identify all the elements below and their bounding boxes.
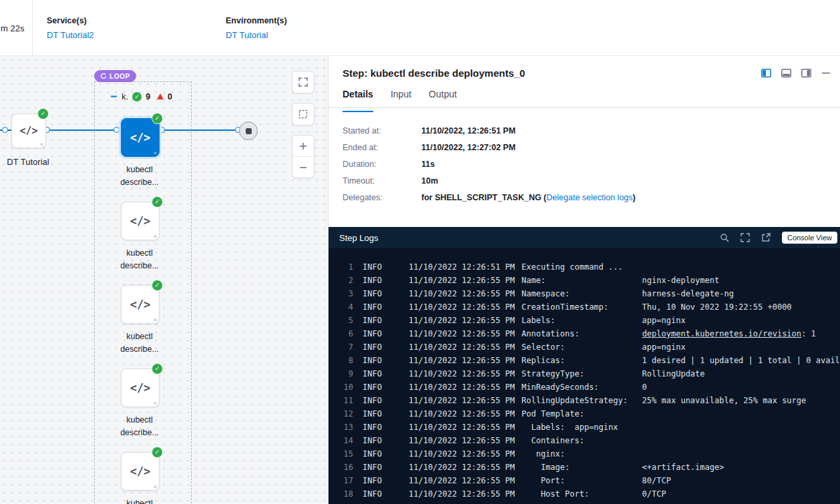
collapse-panel-icon[interactable]: [821, 71, 831, 75]
log-line: 5INFO11/10/2022 12:26:55 PMLabels: app=n…: [329, 314, 840, 327]
detail-label: Ended at:: [343, 143, 421, 152]
log-line-number: 11: [333, 394, 353, 407]
services-link[interactable]: DT Tutorial2: [47, 30, 94, 40]
log-timestamp: 11/10/2022 12:26:55 PM: [409, 367, 521, 381]
node-corner-icon: «: [154, 400, 157, 407]
step-label: kubectldescribe...: [93, 164, 186, 189]
marquee-select-icon: [298, 109, 308, 119]
loop-steps: </>«✓kubectldescribe...</>«✓kubectldescr…: [0, 56, 328, 504]
fullscreen-button[interactable]: [292, 71, 314, 93]
log-line: 8INFO11/10/2022 12:26:55 PMReplicas: 1 d…: [329, 354, 840, 367]
log-level: INFO: [363, 381, 409, 394]
log-line: 13INFO11/10/2022 12:26:55 PM Labels: app…: [329, 421, 840, 434]
log-text: Labels: app=nginx: [521, 421, 618, 434]
split-view-icon[interactable]: [761, 69, 771, 77]
marquee-select-button[interactable]: [292, 103, 314, 125]
log-text: Selector: app=nginx: [521, 340, 686, 354]
log-line: 16INFO11/10/2022 12:26:55 PM Image: <+ar…: [329, 461, 840, 474]
elapsed-duration: m 22s: [1, 23, 24, 33]
log-level: INFO: [363, 340, 409, 354]
log-link[interactable]: deployment.kubernetes.io/revision: [642, 329, 801, 338]
log-timestamp: 11/10/2022 12:26:55 PM: [409, 407, 521, 421]
loop-icon: [100, 73, 107, 79]
top-header: m 22s Service(s) DT Tutorial2 Environmen…: [0, 0, 840, 56]
search-icon[interactable]: [720, 233, 729, 242]
log-timestamp: 11/10/2022 12:26:55 PM: [409, 274, 521, 287]
step-logs-section: Step Logs Console View: [329, 227, 840, 504]
step-node[interactable]: </>«: [121, 202, 160, 240]
panel-header: Step: kubectl describe deployments_0: [329, 56, 840, 79]
log-text: Host Port: 0/TCP: [521, 487, 666, 501]
open-in-new-icon[interactable]: [761, 233, 771, 242]
dock-right-icon[interactable]: [801, 69, 811, 77]
detail-value: 11/10/2022, 12:26:51 PM: [421, 126, 515, 136]
dock-bottom-icon[interactable]: [781, 69, 791, 77]
log-line-number: 7: [333, 340, 353, 354]
step-node-wrap: </>«✓kubectl: [121, 452, 158, 504]
log-line-number: 16: [333, 461, 353, 474]
log-line-number: 17: [333, 474, 353, 487]
tab-input[interactable]: Input: [391, 89, 411, 107]
log-text: Pod Template:: [521, 407, 584, 421]
step-node[interactable]: </>«: [121, 285, 160, 324]
detail-value: 11/10/2022, 12:27:02 PM: [421, 143, 515, 152]
detail-row: Duration:11s: [343, 160, 840, 169]
page-title: Step: kubectl describe deployments_0: [343, 67, 525, 79]
step-node[interactable]: </>«: [121, 118, 160, 157]
log-line: 2INFO11/10/2022 12:26:55 PMName: nginx-d…: [329, 274, 840, 287]
log-timestamp: 11/10/2022 12:26:55 PM: [409, 461, 521, 474]
zoom-in-button[interactable]: [292, 136, 314, 156]
log-line-number: 15: [333, 447, 353, 461]
log-text: StrategyType: RollingUpdate: [521, 367, 705, 381]
step-node[interactable]: </>«: [121, 452, 160, 491]
log-text: Name: nginx-deployment: [521, 274, 719, 287]
log-text: Image: <+artifact.image>: [521, 461, 724, 474]
code-icon: </>: [130, 381, 151, 395]
log-line-number: 4: [333, 300, 353, 314]
console-view-button[interactable]: Console View: [782, 232, 837, 244]
code-icon: </>: [130, 298, 151, 311]
log-timestamp: 11/10/2022 12:26:55 PM: [409, 434, 521, 447]
step-label: kubectldescribe...: [93, 414, 186, 439]
environments-block: Environment(s) DT Tutorial: [226, 16, 287, 40]
log-text: Containers:: [521, 434, 584, 447]
pipeline-canvas: LOOP k. ✓ 9 0 </> « ✓ DT Tutorial </>«✓k…: [0, 56, 328, 504]
delegate-selection-logs-link[interactable]: Delegate selection logs: [546, 193, 632, 202]
node-corner-icon: «: [154, 316, 157, 323]
success-check-icon: ✓: [152, 196, 163, 208]
log-line-number: 3: [333, 287, 353, 300]
step-node-wrap: </>«✓kubectldescribe...: [121, 285, 158, 356]
step-logs-header: Step Logs Console View: [329, 227, 840, 248]
log-line-number: 14: [333, 434, 353, 447]
code-icon: </>: [130, 214, 151, 228]
log-level: INFO: [363, 434, 409, 447]
log-timestamp: 11/10/2022 12:26:55 PM: [409, 381, 521, 394]
log-line-number: 9: [333, 367, 353, 381]
log-level: INFO: [363, 327, 409, 340]
log-text: Executing command ...: [521, 260, 623, 274]
minus-icon: [299, 164, 307, 172]
log-timestamp: 11/10/2022 12:26:55 PM: [409, 354, 521, 367]
tab-output[interactable]: Output: [429, 89, 457, 107]
end-node[interactable]: [239, 121, 258, 140]
environments-link[interactable]: DT Tutorial: [226, 30, 287, 40]
step-node-wrap: </>«✓kubectldescribe...: [121, 202, 158, 272]
step-label: kubectl: [93, 497, 186, 504]
log-level: INFO: [363, 407, 409, 421]
zoom-out-button[interactable]: [292, 156, 314, 178]
log-level: INFO: [363, 287, 409, 300]
log-lines: 1INFO11/10/2022 12:26:51 PMExecuting com…: [329, 248, 840, 504]
step-node-wrap: </>«✓kubectldescribe...: [121, 368, 158, 439]
detail-row: Delegates:for SHELL_SCRIPT_TASK_NG (Dele…: [343, 193, 840, 202]
plus-icon: [299, 142, 307, 150]
tab-details[interactable]: Details: [343, 89, 373, 107]
expand-logs-icon[interactable]: [741, 233, 750, 242]
step-logs-title: Step Logs: [339, 233, 379, 243]
log-timestamp: 11/10/2022 12:26:55 PM: [409, 287, 521, 300]
log-timestamp: 11/10/2022 12:26:55 PM: [409, 447, 521, 461]
step-node[interactable]: </>«: [121, 368, 160, 407]
log-line-number: 8: [333, 354, 353, 367]
log-line: 11INFO11/10/2022 12:26:55 PMRollingUpdat…: [329, 394, 840, 407]
log-text: nginx:: [521, 447, 565, 461]
log-level: INFO: [363, 354, 409, 367]
